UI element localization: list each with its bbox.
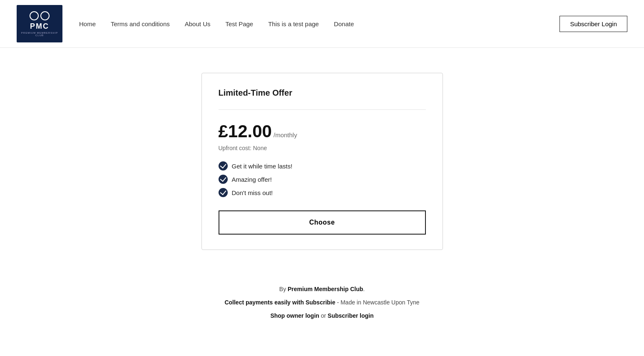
footer-line-3: Shop owner login or Subscriber login (8, 310, 636, 321)
feature-item-2: Amazing offer! (219, 175, 426, 184)
nav-item-test-page[interactable]: Test Page (225, 20, 253, 27)
footer-dash: - (337, 299, 341, 306)
footer-period: . (363, 286, 365, 292)
subscriber-login-button[interactable]: Subscriber Login (559, 16, 627, 32)
offer-card: Limited-Time Offer £12.00 /monthly Upfro… (201, 73, 443, 250)
logo-subtext: PREMIUM MEMBERSHIP CLUB (17, 32, 62, 37)
check-icon-2 (219, 175, 228, 184)
footer-brand: Premium Membership Club (288, 286, 363, 292)
site-logo[interactable]: PMC PREMIUM MEMBERSHIP CLUB (17, 5, 62, 42)
nav-item-terms[interactable]: Terms and conditions (111, 20, 170, 27)
offer-title: Limited-Time Offer (219, 88, 426, 110)
footer-made-in: Made in Newcastle Upon Tyne (341, 299, 420, 306)
main-nav: Home Terms and conditions About Us Test … (79, 20, 559, 27)
footer-or-text: or (321, 312, 328, 319)
feature-label-1: Get it while time lasts! (232, 163, 293, 170)
feature-item-3: Don't miss out! (219, 188, 426, 197)
features-list: Get it while time lasts! Amazing offer! … (219, 161, 426, 197)
price-amount: £12.00 (219, 121, 272, 141)
check-icon-1 (219, 161, 228, 171)
feature-item-1: Get it while time lasts! (219, 161, 426, 171)
footer-by-text: By (279, 286, 286, 292)
nav-item-home[interactable]: Home (79, 20, 96, 27)
logo-text: PMC (30, 22, 49, 31)
check-icon-3 (219, 188, 228, 197)
footer-line-2: Collect payments easily with Subscribie … (8, 297, 636, 308)
nav-item-donate[interactable]: Donate (334, 20, 354, 27)
upfront-cost: Upfront cost: None (219, 145, 426, 151)
price-row: £12.00 /monthly (219, 121, 426, 141)
nav-item-test-page-2[interactable]: This is a test page (268, 20, 319, 27)
nav-item-about[interactable]: About Us (185, 20, 211, 27)
shop-owner-login-link[interactable]: Shop owner login (270, 312, 319, 319)
page-footer: By Premium Membership Club. Collect paym… (0, 267, 644, 336)
feature-label-3: Don't miss out! (232, 189, 273, 196)
choose-button[interactable]: Choose (219, 210, 426, 235)
subscriber-login-link[interactable]: Subscriber login (328, 312, 373, 319)
price-period: /monthly (274, 131, 297, 138)
footer-line-1: By Premium Membership Club. (8, 283, 636, 295)
footer-collect-text: Collect payments easily with Subscribie (224, 299, 335, 306)
feature-label-2: Amazing offer! (232, 176, 272, 183)
